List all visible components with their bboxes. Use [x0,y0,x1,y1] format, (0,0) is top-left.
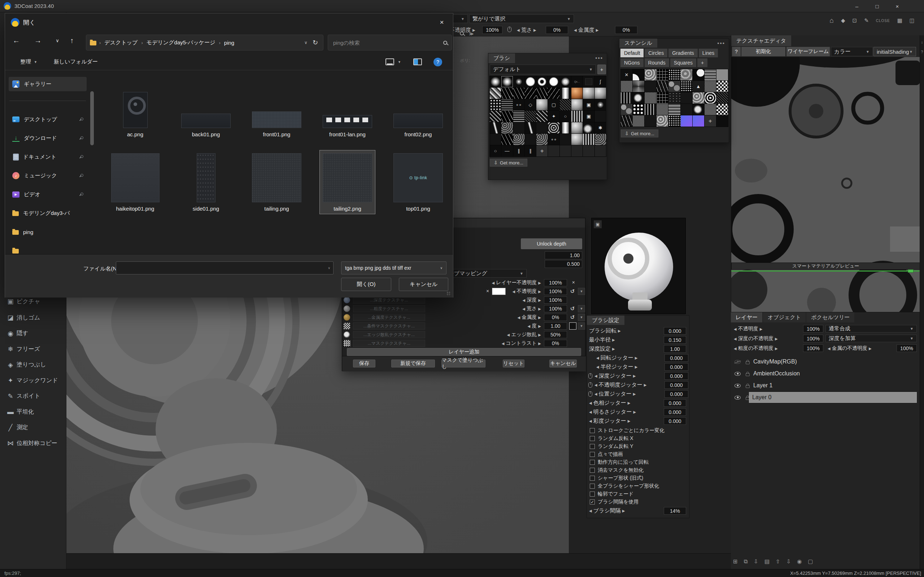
brush-thumbnail[interactable] [513,111,525,122]
stencil-thumbnail[interactable] [693,69,704,81]
arrow-left-icon[interactable]: ◀ [589,401,592,405]
brush-thumbnail[interactable] [525,122,536,134]
lock-icon[interactable] [746,373,750,376]
stencil-panel-tab[interactable]: ステンシル [619,39,657,48]
brush-thumbnail[interactable] [501,111,512,122]
stencil-thumbnail[interactable] [669,69,680,81]
slider-value[interactable]: 0.000 [664,399,686,407]
brush-thumbnail[interactable] [548,88,559,99]
slider-value[interactable]: 1.00 [664,345,686,353]
brush-thumbnail[interactable] [595,134,606,145]
texture-init-button[interactable]: 初期化 [741,47,785,56]
brush-thumbnail[interactable] [490,88,501,99]
panel-menu-icon[interactable]: ••• [717,40,725,46]
history-chevron-icon[interactable]: ∨ [51,38,63,43]
brush-thumbnail[interactable] [501,134,512,145]
material-slider-value[interactable]: 50% [544,331,567,338]
brush-setting-10[interactable]: ◀明るさジッター▶0.000 [587,408,690,416]
stencil-thumbnail[interactable] [657,81,668,92]
brush-thumbnail[interactable] [583,134,594,145]
stencil-tab-Rounds[interactable]: Rounds [645,58,669,67]
layer-row[interactable]: Layer 1 [731,380,920,391]
checkbox-icon[interactable] [590,460,595,465]
checkbox-2[interactable]: ランダム反転 X [590,435,687,443]
brush-thumbnail[interactable]: ▣ [583,111,594,122]
brush-thumbnail[interactable] [560,76,571,87]
material-slider-label[interactable]: ◀レイヤー不透明度▶ [492,279,541,287]
checkbox-8[interactable]: 全ブラシをシャープ形状化 [590,482,687,490]
slider-value[interactable]: 0.000 [664,417,686,425]
open-button[interactable]: 開く(O) [341,278,391,291]
roughness-slider-label[interactable]: ◀荒さ▶ [517,27,536,34]
stencil-thumbnail[interactable] [704,104,716,115]
brush-thumbnail[interactable]: ∫ [595,76,606,87]
brush-thumbnail[interactable] [513,134,525,145]
preview-tab-icon[interactable]: ▣ [594,220,602,228]
checkbox-icon[interactable] [590,484,595,488]
checkbox-icon[interactable] [590,428,595,433]
brush-thumbnail[interactable] [583,76,594,87]
material-slider-label[interactable]: ◀コントラスト▶ [502,339,541,347]
brush-thumbnail[interactable] [501,122,512,134]
stencil-thumbnail[interactable] [693,115,704,127]
brush-preset-dropdown[interactable]: デフォルト▼ [490,64,596,74]
tab-オブジェクト[interactable]: オブジェクト [763,312,806,322]
chevron-down-icon[interactable]: ▼ [578,314,585,321]
brush-thumbnail[interactable]: ∘∘ [548,134,559,145]
brush-thumbnail[interactable] [571,134,583,145]
sidebar-item-モデリングday3-パ[interactable]: モデリングday3-パ [9,206,87,220]
material-slider-label[interactable]: ◀不透明度▶ [512,287,541,295]
material-slider-label[interactable]: ◀金属度▶ [518,313,541,321]
brush-setting-7[interactable]: ◀不透明度ジッター▶0.000 [587,380,690,389]
tool-item-fill[interactable]: ◈塗りつぶし [0,358,66,372]
material-slider-label[interactable]: ◀荒さ▶ [522,305,541,313]
brush-thumbnail[interactable] [490,111,501,122]
brush-thumbnail[interactable] [595,99,606,110]
tool-item-measure[interactable]: ╱測定 [0,421,66,435]
file-item[interactable]: side01.png [178,150,234,214]
preview-pane-icon[interactable] [413,58,422,65]
layout-grid-icon[interactable]: ▦ [897,17,902,24]
metal-slider-label[interactable]: ◀金属度▶ [574,27,598,34]
brush-thumbnail[interactable] [490,134,501,145]
breadcrumb-item[interactable]: ping [223,40,235,46]
stencil-thumbnail[interactable]: ✕ [621,69,632,81]
brush-thumbnail[interactable] [525,88,536,99]
brush-thumbnail[interactable] [501,88,512,99]
undo-icon[interactable]: ↺ [569,314,577,321]
chevron-down-icon[interactable]: ▼ [578,322,585,330]
brush-thumbnail[interactable]: ○ [490,145,501,156]
roughness-value[interactable]: 0% [546,26,568,34]
brush-thumbnail[interactable] [525,76,536,87]
pens-icon[interactable]: ✎ [864,17,869,24]
brush-thumbnail[interactable] [513,88,525,99]
stencil-thumbnail[interactable] [704,81,716,92]
stencil-thumbnail[interactable] [693,92,704,103]
stencil-thumbnail[interactable] [681,69,692,81]
undo-icon[interactable]: ↺ [569,288,577,295]
material-slider-value[interactable]: 100% [544,297,567,304]
add-layer-button[interactable]: レイヤー追加 [347,348,581,356]
sidebar-item-folder[interactable] [9,243,87,254]
visibility-eye-icon[interactable] [735,360,741,364]
stencil-thumbnail[interactable] [681,104,692,115]
stencil-thumbnail[interactable] [681,115,692,127]
texture-editor-tab[interactable]: テクスチャエディタ [731,35,791,46]
texture-slot-button[interactable]: ...エッジ散乱テクスチャ... [353,331,425,338]
arrow-right-icon[interactable]: ▶ [633,410,636,414]
tool-item-flatten[interactable]: ▬平坦化 [0,405,66,419]
brush-thumbnail[interactable] [571,99,583,110]
brush-spacing-value[interactable]: 14% [664,507,686,515]
slider-value[interactable]: 0.000 [664,354,688,362]
metal-opacity-value[interactable]: 100% [897,344,917,352]
dialog-close-button[interactable]: × [436,17,448,28]
slider-value[interactable]: 0.000 [664,408,686,416]
material-button-1[interactable]: 保存 [353,359,375,367]
checkbox-9[interactable]: 輪郭でフェード [590,490,687,498]
arrow-left-icon[interactable]: ◀ [589,419,592,423]
pose-icon[interactable]: ◆ [841,17,845,24]
brush-thumbnail[interactable]: Qx… [571,76,583,87]
texture-shading-dropdown[interactable]: initialShading▼ [874,47,916,56]
brush-thumbnail[interactable] [501,76,512,87]
search-input[interactable] [333,39,443,46]
